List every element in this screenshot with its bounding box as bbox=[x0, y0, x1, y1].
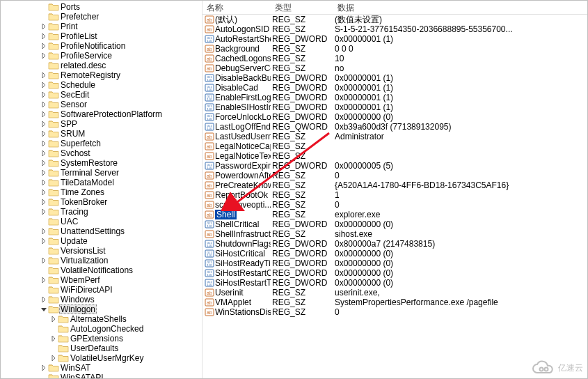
value-row[interactable]: 011110ForceUnlockLo...REG_DWORD0x0000000… bbox=[202, 112, 587, 122]
registry-values-pane[interactable]: 名称 类型 数据 ab(默认)REG_SZ(数值未设置)abAutoLogonS… bbox=[202, 1, 587, 378]
column-header-data[interactable]: 数据 bbox=[333, 1, 587, 14]
chevron-right-icon[interactable] bbox=[40, 364, 48, 372]
chevron-right-icon[interactable] bbox=[40, 32, 48, 40]
chevron-right-icon[interactable] bbox=[40, 256, 48, 265]
tree-item-profilenotification[interactable]: ProfileNotification bbox=[1, 41, 202, 51]
value-row[interactable]: abCachedLogons...REG_SZ10 bbox=[202, 54, 587, 63]
value-row[interactable]: 011110SiHostCriticalREG_DWORD0x00000000 … bbox=[202, 249, 587, 258]
tree-item-superfetch[interactable]: Superfetch bbox=[1, 139, 202, 148]
tree-item-prefetcher[interactable]: Prefetcher bbox=[1, 12, 202, 22]
tree-item-spp[interactable]: SPP bbox=[1, 119, 202, 129]
value-row[interactable]: abAutoLogonSIDREG_SZS-1-5-21-3776154350-… bbox=[202, 24, 587, 34]
tree-item-ports[interactable]: Ports bbox=[1, 2, 202, 12]
tree-item-wbemperf[interactable]: WbemPerf bbox=[1, 275, 202, 285]
value-row[interactable]: abShellREG_SZexplorer.exe bbox=[202, 210, 587, 219]
value-row[interactable]: 011110EnableSIHostIn...REG_DWORD0x000000… bbox=[202, 102, 587, 112]
tree-item-winsatapi[interactable]: WinSATAPI bbox=[1, 373, 202, 378]
chevron-right-icon[interactable] bbox=[40, 198, 48, 206]
tree-item-related-desc[interactable]: related.desc bbox=[1, 61, 202, 70]
tree-item-profileservice[interactable]: ProfileService bbox=[1, 51, 202, 61]
chevron-right-icon[interactable] bbox=[40, 81, 48, 89]
registry-tree-pane[interactable]: PortsPrefetcherPrintProfileListProfileNo… bbox=[1, 1, 202, 378]
tree-item-srum[interactable]: SRUM bbox=[1, 129, 202, 139]
tree-item-versionslist[interactable]: VersionsList bbox=[1, 246, 202, 256]
tree-item-autologonchecked[interactable]: AutoLogonChecked bbox=[1, 324, 202, 334]
tree-item-remoteregistry[interactable]: RemoteRegistry bbox=[1, 70, 202, 80]
value-row[interactable]: ab(默认)REG_SZ(数值未设置) bbox=[202, 15, 587, 24]
value-row[interactable]: 011110SiHostRestartC...REG_DWORD0x000000… bbox=[202, 268, 587, 278]
chevron-right-icon[interactable] bbox=[49, 354, 58, 362]
chevron-right-icon[interactable] bbox=[40, 130, 48, 138]
chevron-right-icon[interactable] bbox=[40, 42, 48, 50]
value-row[interactable]: 011110PasswordExpiry...REG_DWORD0x000000… bbox=[202, 161, 587, 171]
tree-item-print[interactable]: Print bbox=[1, 22, 202, 31]
value-row[interactable]: 011110DisableCadREG_DWORD0x00000001 (1) bbox=[202, 83, 587, 93]
tree-item-windows[interactable]: Windows bbox=[1, 295, 202, 304]
chevron-right-icon[interactable] bbox=[40, 139, 48, 148]
tree-item-winsat[interactable]: WinSAT bbox=[1, 363, 202, 373]
value-row[interactable]: 011110AutoRestartShellREG_DWORD0x0000000… bbox=[202, 34, 587, 44]
value-row[interactable]: 011110LastLogOffEndT...REG_QWORD0xb39a60… bbox=[202, 122, 587, 132]
tree-item-unattendsettings[interactable]: UnattendSettings bbox=[1, 226, 202, 236]
tree-item-profilelist[interactable]: ProfileList bbox=[1, 31, 202, 41]
value-row[interactable]: 011110DisableBackBut...REG_DWORD0x000000… bbox=[202, 73, 587, 83]
tree-item-terminal-server[interactable]: Terminal Server bbox=[1, 168, 202, 178]
tree-item-secedit[interactable]: SecEdit bbox=[1, 90, 202, 100]
chevron-right-icon[interactable] bbox=[40, 149, 48, 157]
chevron-right-icon[interactable] bbox=[40, 159, 48, 167]
chevron-right-icon[interactable] bbox=[40, 110, 48, 118]
tree-item-volatileusermgrkey[interactable]: VolatileUserMgrKey bbox=[1, 353, 202, 363]
value-row[interactable]: abDebugServerCo...REG_SZno bbox=[202, 63, 587, 73]
tree-item-softwareprotectionplatform[interactable]: SoftwareProtectionPlatform bbox=[1, 109, 202, 119]
chevron-right-icon[interactable] bbox=[49, 315, 58, 323]
tree-item-winlogon[interactable]: Winlogon bbox=[1, 304, 202, 314]
chevron-right-icon[interactable] bbox=[40, 188, 48, 196]
value-row[interactable]: abLegalNoticeTextREG_SZ bbox=[202, 151, 587, 161]
chevron-right-icon[interactable] bbox=[40, 71, 48, 79]
chevron-right-icon[interactable] bbox=[40, 276, 48, 284]
chevron-right-icon[interactable] bbox=[40, 22, 48, 31]
tree-item-volatilenotifications[interactable]: VolatileNotifications bbox=[1, 265, 202, 275]
chevron-right-icon[interactable] bbox=[40, 169, 48, 177]
value-row[interactable]: abReportBootOkREG_SZ1 bbox=[202, 190, 587, 200]
tree-item-alternateshells[interactable]: AlternateShells bbox=[1, 314, 202, 324]
tree-item-systemrestore[interactable]: SystemRestore bbox=[1, 158, 202, 168]
tree-item-wifidirectapi[interactable]: WiFiDirectAPI bbox=[1, 285, 202, 295]
value-row[interactable]: abUserinitREG_SZuserinit.exe, bbox=[202, 288, 587, 297]
tree-item-svchost[interactable]: Svchost bbox=[1, 148, 202, 158]
chevron-right-icon[interactable] bbox=[40, 227, 48, 235]
value-row[interactable]: abLastUsedUsern...REG_SZAdministrator bbox=[202, 132, 587, 141]
value-row[interactable]: 011110SiHostReadyTi...REG_DWORD0x0000000… bbox=[202, 258, 587, 268]
column-header-name[interactable]: 名称 bbox=[202, 1, 271, 14]
tree-item-time-zones[interactable]: Time Zones bbox=[1, 187, 202, 197]
value-row[interactable]: 011110EnableFirstLogo...REG_DWORD0x00000… bbox=[202, 93, 587, 102]
value-row[interactable]: abVMAppletREG_SZSystemPropertiesPerforma… bbox=[202, 297, 587, 307]
value-row[interactable]: abPowerdownAfte...REG_SZ0 bbox=[202, 171, 587, 180]
chevron-right-icon[interactable] bbox=[40, 295, 48, 304]
tree-item-schedule[interactable]: Schedule bbox=[1, 80, 202, 90]
tree-item-tracing[interactable]: Tracing bbox=[1, 207, 202, 217]
value-row[interactable]: 011110SiHostRestartTi...REG_DWORD0x00000… bbox=[202, 278, 587, 288]
value-row[interactable]: 011110ShutdownFlagsREG_DWORD0x800000a7 (… bbox=[202, 239, 587, 249]
tree-item-gpextensions[interactable]: GPExtensions bbox=[1, 334, 202, 343]
column-header-type[interactable]: 类型 bbox=[271, 1, 333, 14]
tree-item-uac[interactable]: UAC bbox=[1, 217, 202, 226]
value-row[interactable]: abShellInfrastruct...REG_SZsihost.exe bbox=[202, 229, 587, 239]
tree-item-tokenbroker[interactable]: TokenBroker bbox=[1, 197, 202, 207]
value-row[interactable]: abPreCreateKnow...REG_SZ{A520A1A4-1780-4… bbox=[202, 180, 587, 190]
chevron-right-icon[interactable] bbox=[40, 91, 48, 99]
chevron-right-icon[interactable] bbox=[40, 52, 48, 60]
chevron-down-icon[interactable] bbox=[40, 305, 48, 314]
value-row[interactable]: 011110ShellCriticalREG_DWORD0x00000000 (… bbox=[202, 219, 587, 229]
value-row[interactable]: abWinStationsDis...REG_SZ0 bbox=[202, 307, 587, 317]
tree-item-userdefaults[interactable]: UserDefaults bbox=[1, 343, 202, 353]
chevron-right-icon[interactable] bbox=[40, 237, 48, 245]
chevron-right-icon[interactable] bbox=[40, 178, 48, 187]
tree-item-virtualization[interactable]: Virtualization bbox=[1, 256, 202, 265]
value-row[interactable]: abLegalNoticeCap...REG_SZ bbox=[202, 141, 587, 151]
tree-item-update[interactable]: Update bbox=[1, 236, 202, 246]
tree-item-sensor[interactable]: Sensor bbox=[1, 100, 202, 109]
chevron-right-icon[interactable] bbox=[40, 120, 48, 128]
value-row[interactable]: abBackgroundREG_SZ0 0 0 bbox=[202, 44, 587, 54]
value-row[interactable]: abscremoveopti...REG_SZ0 bbox=[202, 200, 587, 210]
